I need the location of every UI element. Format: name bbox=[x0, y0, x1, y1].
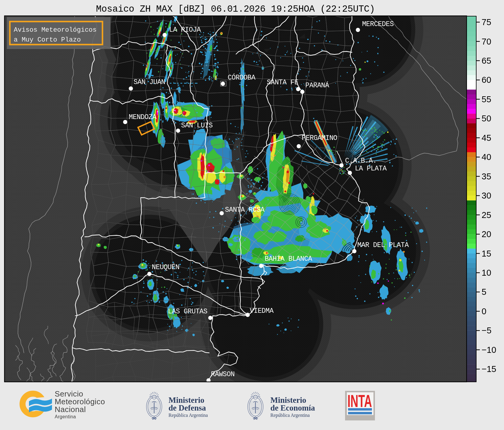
svg-text:50: 50 bbox=[482, 114, 491, 123]
svg-text:0: 0 bbox=[482, 307, 486, 316]
svg-text:30: 30 bbox=[482, 191, 491, 200]
svg-text:SANTA FE: SANTA FE bbox=[267, 79, 298, 86]
svg-text:PERGAMINO: PERGAMINO bbox=[302, 134, 337, 142]
svg-text:NEUQUÉN: NEUQUÉN bbox=[152, 263, 179, 271]
svg-text:MERCEDES: MERCEDES bbox=[362, 20, 394, 28]
svg-text:LAS GRUTAS: LAS GRUTAS bbox=[168, 308, 207, 315]
svg-text:República Argentina: República Argentina bbox=[270, 413, 310, 418]
svg-text:de Defensa: de Defensa bbox=[168, 403, 206, 412]
svg-text:Argentina: Argentina bbox=[55, 414, 76, 419]
svg-text:Avisos Meteorológicos: Avisos Meteorológicos bbox=[14, 26, 96, 34]
svg-text:45: 45 bbox=[482, 133, 491, 143]
svg-text:C.A.B.A.: C.A.B.A. bbox=[345, 157, 377, 165]
svg-text:15: 15 bbox=[482, 249, 491, 258]
svg-text:Mosaico ZH MAX [dBZ] 06.01.202: Mosaico ZH MAX [dBZ] 06.01.2026 19:25HOA… bbox=[96, 4, 375, 14]
svg-text:BAHÍA BLANCA: BAHÍA BLANCA bbox=[265, 255, 312, 263]
svg-text:Nacional: Nacional bbox=[55, 405, 86, 414]
svg-text:35: 35 bbox=[482, 172, 491, 181]
svg-text:VIEDMA: VIEDMA bbox=[250, 307, 274, 315]
svg-text:MAR DEL PLATA: MAR DEL PLATA bbox=[357, 241, 409, 249]
svg-text:SAN JUAN: SAN JUAN bbox=[134, 78, 165, 86]
svg-text:5: 5 bbox=[482, 287, 486, 297]
svg-text:SAN LUIS: SAN LUIS bbox=[181, 122, 213, 129]
svg-text:SANTA ROSA: SANTA ROSA bbox=[225, 206, 265, 214]
svg-text:40: 40 bbox=[482, 152, 491, 162]
svg-text:a Muy Corto Plazo: a Muy Corto Plazo bbox=[14, 36, 81, 44]
svg-text:INTA: INTA bbox=[347, 391, 372, 411]
svg-text:75: 75 bbox=[482, 17, 491, 27]
svg-text:−10: −10 bbox=[482, 345, 496, 355]
svg-text:RAWSON: RAWSON bbox=[211, 370, 235, 378]
svg-text:República Argentina: República Argentina bbox=[168, 413, 208, 418]
svg-text:65: 65 bbox=[482, 56, 491, 65]
svg-text:10: 10 bbox=[482, 268, 491, 277]
svg-text:70: 70 bbox=[482, 37, 491, 46]
svg-text:MENDOZA: MENDOZA bbox=[129, 113, 157, 121]
svg-text:25: 25 bbox=[482, 210, 491, 220]
svg-text:CÓRDOBA: CÓRDOBA bbox=[228, 73, 255, 82]
svg-text:20: 20 bbox=[482, 229, 491, 239]
svg-text:LA RIOJA: LA RIOJA bbox=[169, 26, 201, 34]
svg-text:55: 55 bbox=[482, 94, 491, 104]
svg-text:PARANÁ: PARANÁ bbox=[305, 81, 329, 89]
svg-text:de Economía: de Economía bbox=[270, 403, 315, 412]
svg-text:−5: −5 bbox=[482, 326, 491, 335]
svg-text:LA PLATA: LA PLATA bbox=[355, 165, 387, 173]
svg-text:60: 60 bbox=[482, 75, 491, 85]
svg-text:−15: −15 bbox=[482, 364, 496, 374]
